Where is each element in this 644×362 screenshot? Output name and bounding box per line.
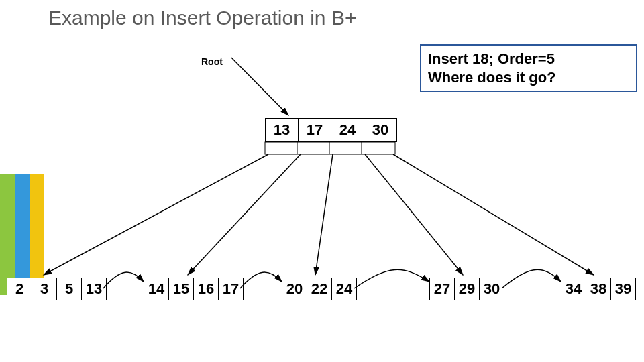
insert-callout: Insert 18; Order=5 Where does it go? xyxy=(420,44,637,92)
root-key-1: 17 xyxy=(298,119,331,141)
leaf-2-key-1: 22 xyxy=(307,278,331,300)
leaf-2-key-2: 24 xyxy=(331,278,356,300)
slide-title: Example on Insert Operation in B+ xyxy=(48,7,356,29)
leaf-3-key-2: 30 xyxy=(479,278,504,300)
leaf-1-key-3: 17 xyxy=(218,278,243,300)
root-key-3: 30 xyxy=(364,119,396,141)
svg-line-8 xyxy=(365,154,463,275)
svg-line-6 xyxy=(188,154,301,275)
leaf-1-key-2: 16 xyxy=(193,278,218,300)
leaf-4-key-0: 34 xyxy=(561,278,586,300)
leaf-0-key-1: 3 xyxy=(32,278,56,300)
leaf-0-key-3: 13 xyxy=(81,278,106,300)
decor-stripe-gold xyxy=(30,174,44,295)
leaf-4-key-1: 38 xyxy=(586,278,610,300)
leaf-1-key-1: 15 xyxy=(168,278,193,300)
root-label: Root xyxy=(201,56,223,67)
leaf-node-1: 14 15 16 17 xyxy=(144,278,244,300)
callout-line-1: Insert 18; Order=5 xyxy=(428,50,555,67)
leaf-node-3: 27 29 30 xyxy=(429,278,504,300)
root-node: 13 17 24 30 xyxy=(265,118,397,142)
root-key-0: 13 xyxy=(266,119,298,141)
root-key-2: 24 xyxy=(331,119,364,141)
leaf-1-key-0: 14 xyxy=(144,278,168,300)
callout-line-2: Where does it go? xyxy=(428,69,556,86)
svg-rect-1 xyxy=(265,142,395,154)
svg-line-0 xyxy=(231,58,288,115)
leaf-0-key-2: 5 xyxy=(56,278,81,300)
svg-line-7 xyxy=(315,154,333,275)
decor-stripe-blue xyxy=(15,174,30,295)
leaf-3-key-1: 29 xyxy=(454,278,479,300)
leaf-2-key-0: 20 xyxy=(282,278,307,300)
leaf-0-key-0: 2 xyxy=(7,278,32,300)
svg-line-5 xyxy=(44,154,268,275)
leaf-3-key-0: 27 xyxy=(430,278,454,300)
decor-stripe-green xyxy=(0,174,15,295)
svg-line-9 xyxy=(393,154,594,275)
leaf-4-key-2: 39 xyxy=(610,278,635,300)
leaf-node-4: 34 38 39 xyxy=(561,278,636,300)
leaf-node-0: 2 3 5 13 xyxy=(7,278,107,300)
leaf-node-2: 20 22 24 xyxy=(282,278,357,300)
